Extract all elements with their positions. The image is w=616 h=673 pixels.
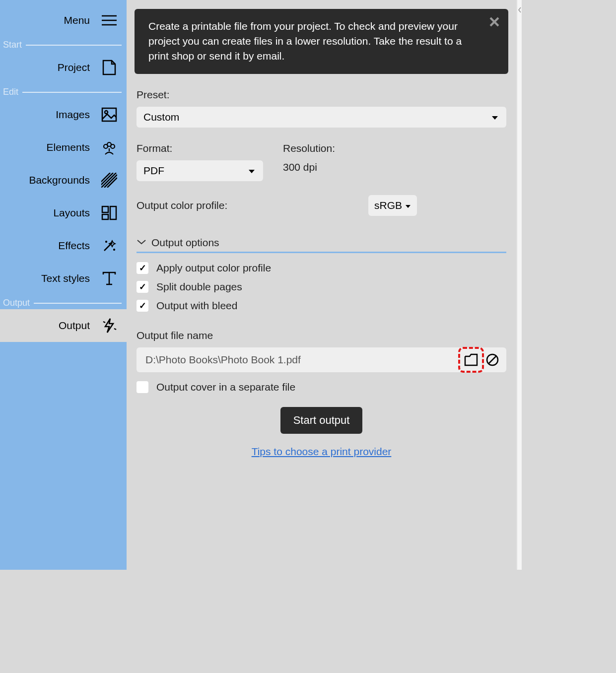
color-profile-select[interactable]: sRGB — [368, 195, 417, 216]
format-label: Format: — [137, 142, 263, 154]
main-panel: Create a printable file from your projec… — [127, 0, 516, 570]
text-icon — [101, 270, 118, 287]
image-icon — [101, 106, 118, 123]
sidebar-item-backgrounds[interactable]: Backgrounds — [0, 164, 127, 197]
sidebar-item-project[interactable]: Project — [0, 51, 127, 84]
menu-label: Menu — [64, 14, 90, 26]
preset-select[interactable]: Custom — [137, 107, 506, 128]
svg-point-6 — [104, 144, 108, 148]
svg-point-4 — [105, 111, 108, 114]
filename-value: D:\Photo Books\Photo Book 1.pdf — [145, 354, 460, 366]
chevron-left-icon — [518, 7, 522, 13]
svg-line-24 — [114, 329, 116, 330]
caret-down-icon — [248, 165, 255, 177]
svg-rect-13 — [102, 206, 108, 212]
menu-button[interactable]: Menu — [0, 9, 127, 37]
browse-folder-button[interactable] — [460, 348, 482, 371]
wand-icon — [101, 237, 118, 254]
svg-rect-15 — [102, 214, 108, 219]
sidebar-item-layouts[interactable]: Layouts — [0, 197, 127, 229]
svg-line-23 — [103, 322, 105, 323]
lightning-icon — [101, 317, 118, 334]
clear-filename-button[interactable] — [482, 350, 502, 370]
svg-line-28 — [489, 356, 496, 363]
tips-link[interactable]: Tips to choose a print provider — [137, 446, 506, 458]
start-output-button[interactable]: Start output — [280, 407, 363, 434]
banner-text: Create a printable file from your projec… — [148, 20, 462, 62]
close-banner-button[interactable] — [489, 16, 499, 31]
chevron-down-icon — [137, 238, 146, 247]
cancel-icon — [485, 353, 499, 367]
caret-down-icon — [491, 111, 498, 123]
filename-label: Output file name — [137, 330, 506, 341]
hatch-icon — [101, 172, 118, 189]
checkbox-apply-profile[interactable] — [137, 262, 148, 274]
resolution-label: Resolution: — [283, 142, 506, 154]
checkbox-label: Output cover in a separate file — [156, 381, 295, 393]
svg-line-16 — [104, 243, 112, 251]
caret-down-icon — [405, 200, 411, 211]
right-collapse-handle[interactable] — [516, 0, 522, 570]
section-start: Start — [0, 40, 127, 50]
hamburger-icon — [101, 12, 118, 29]
flower-icon — [101, 139, 118, 156]
folder-icon — [464, 353, 479, 366]
section-edit: Edit — [0, 87, 127, 97]
close-icon — [489, 17, 499, 27]
checkbox-split-pages[interactable] — [137, 281, 148, 293]
layout-icon — [101, 204, 118, 221]
svg-point-7 — [111, 144, 115, 148]
color-profile-label: Output color profile: — [137, 200, 348, 211]
sidebar-item-output[interactable]: Output — [0, 309, 127, 342]
checkbox-bleed[interactable] — [137, 300, 148, 312]
checkbox-cover-separate[interactable] — [137, 381, 148, 393]
checkbox-label: Output with bleed — [156, 300, 237, 312]
checkbox-label: Apply output color profile — [156, 262, 271, 274]
sidebar-item-elements[interactable]: Elements — [0, 131, 127, 164]
resolution-value: 300 dpi — [283, 161, 506, 173]
filename-row: D:\Photo Books\Photo Book 1.pdf — [137, 347, 506, 372]
sidebar: Menu Start Project Edit Images Elements … — [0, 0, 127, 570]
output-options-toggle[interactable]: Output options — [137, 237, 506, 253]
checkbox-label: Split double pages — [156, 281, 242, 293]
sidebar-item-text-styles[interactable]: Text styles — [0, 262, 127, 295]
sidebar-item-images[interactable]: Images — [0, 98, 127, 131]
sidebar-item-effects[interactable]: Effects — [0, 229, 127, 262]
info-banner: Create a printable file from your projec… — [135, 9, 508, 74]
file-icon — [101, 59, 118, 76]
svg-rect-14 — [110, 206, 116, 219]
format-select[interactable]: PDF — [137, 160, 263, 181]
preset-label: Preset: — [137, 89, 506, 101]
section-output: Output — [0, 298, 127, 308]
